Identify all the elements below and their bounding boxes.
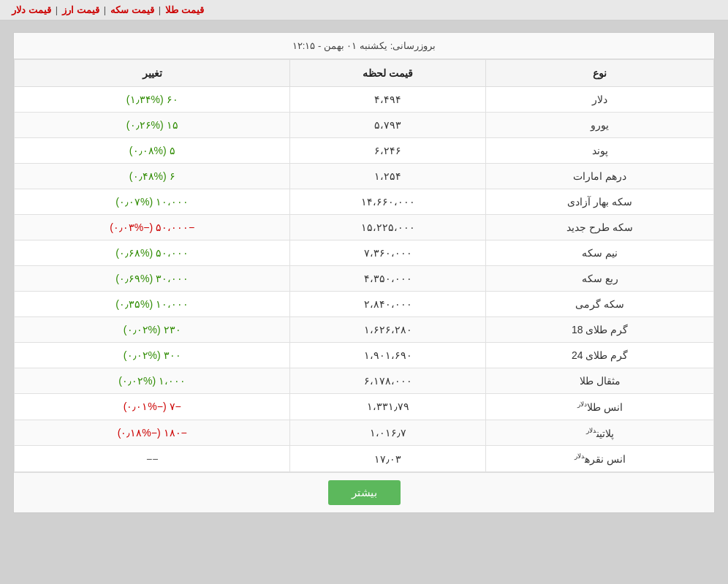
cell-change: ۱۰،۰۰۰ (۰٫۳۵%) (15, 292, 290, 317)
cell-change: −− (15, 446, 290, 472)
cell-price: ۱،۶۲۶،۲۸۰ (290, 317, 486, 343)
cell-type: پلاتیندلار (486, 420, 714, 446)
cell-type: یورو (486, 113, 714, 138)
more-button[interactable]: بیشتر (328, 480, 401, 505)
cell-type: پوند (486, 138, 714, 164)
currency-price-link[interactable]: قیمت ارز (62, 4, 99, 15)
cell-type: درهم امارات (486, 164, 714, 189)
cell-price: ۱۴،۶۶۰،۰۰۰ (290, 189, 486, 215)
cell-change: −۱۸۰ (−۰٫۱۸%) (15, 420, 290, 446)
main-container: بروزرسانی: یکشنبه ۰۱ بهمن - ۱۲:۱۵ نوع قی… (13, 32, 715, 513)
cell-type: دلار (486, 87, 714, 113)
cell-price: ۴،۴۹۴ (290, 87, 486, 113)
table-row: گرم طلای 24۱،۹۰۱،۶۹۰۳۰۰ (۰٫۰۲%) (15, 343, 714, 368)
cell-price: ۱،۰۱۶٫۷ (290, 420, 486, 446)
cell-price: ۱،۲۵۴ (290, 164, 486, 189)
table-row: سکه طرح جدید۱۵،۲۲۵،۰۰۰−۵۰،۰۰۰ (−۰٫۰۳%) (15, 215, 714, 240)
cell-type: سکه بهار آزادی (486, 189, 714, 215)
cell-type: ربع سکه (486, 266, 714, 292)
cell-price: ۱۷٫۰۳ (290, 446, 486, 472)
cell-type: نیم سکه (486, 240, 714, 266)
footer-row: بیشتر (14, 472, 714, 512)
prices-table: نوع قیمت لحظه تغییر دلار۴،۴۹۴۶۰ (۱٫۳۴%)ی… (14, 59, 714, 472)
update-bar: بروزرسانی: یکشنبه ۰۱ بهمن - ۱۲:۱۵ (14, 33, 714, 59)
cell-change: ۱،۰۰۰ (۰٫۰۲%) (15, 368, 290, 394)
cell-type: سکه گرمی (486, 292, 714, 317)
coin-price-link[interactable]: قیمت سکه (110, 4, 154, 15)
col-change: تغییر (15, 60, 290, 87)
cell-change: ۱۵ (۰٫۲۶%) (15, 113, 290, 138)
col-type: نوع (486, 60, 714, 87)
table-row: پوند۶،۲۴۶۵ (۰٫۰۸%) (15, 138, 714, 164)
cell-change: −۷ (−۰٫۰۱%) (15, 394, 290, 420)
cell-type: مثقال طلا (486, 368, 714, 394)
cell-change: ۶ (۰٫۴۸%) (15, 164, 290, 189)
table-row: سکه بهار آزادی۱۴،۶۶۰،۰۰۰۱۰،۰۰۰ (۰٫۰۷%) (15, 189, 714, 215)
col-price: قیمت لحظه (290, 60, 486, 87)
table-row: پلاتیندلار۱،۰۱۶٫۷−۱۸۰ (−۰٫۱۸%) (15, 420, 714, 446)
cell-type: انس طلادلار (486, 394, 714, 420)
cell-change: ۱۰،۰۰۰ (۰٫۰۷%) (15, 189, 290, 215)
cell-price: ۷،۳۶۰،۰۰۰ (290, 240, 486, 266)
cell-price: ۶،۲۴۶ (290, 138, 486, 164)
cell-price: ۴،۳۵۰،۰۰۰ (290, 266, 486, 292)
cell-type: گرم طلای 24 (486, 343, 714, 368)
table-row: نیم سکه۷،۳۶۰،۰۰۰۵۰،۰۰۰ (۰٫۶۸%) (15, 240, 714, 266)
table-row: درهم امارات۱،۲۵۴۶ (۰٫۴۸%) (15, 164, 714, 189)
cell-price: ۲،۸۴۰،۰۰۰ (290, 292, 486, 317)
table-row: سکه گرمی۲،۸۴۰،۰۰۰۱۰،۰۰۰ (۰٫۳۵%) (15, 292, 714, 317)
gold-price-link[interactable]: قیمت طلا (165, 4, 204, 15)
cell-change: ۵ (۰٫۰۸%) (15, 138, 290, 164)
cell-change: ۳۰۰ (۰٫۰۲%) (15, 343, 290, 368)
table-row: دلار۴،۴۹۴۶۰ (۱٫۳۴%) (15, 87, 714, 113)
top-bar: قیمت طلا | قیمت سکه | قیمت ارز | قیمت دل… (0, 0, 728, 20)
cell-price: ۱،۹۰۱،۶۹۰ (290, 343, 486, 368)
cell-type: گرم طلای 18 (486, 317, 714, 343)
cell-change: ۳۰،۰۰۰ (۰٫۶۹%) (15, 266, 290, 292)
cell-price: ۶،۱۷۸،۰۰۰ (290, 368, 486, 394)
table-header-row: نوع قیمت لحظه تغییر (15, 60, 714, 87)
cell-type: انس نقرهدلار (486, 446, 714, 472)
cell-price: ۱۵،۲۲۵،۰۰۰ (290, 215, 486, 240)
dollar-price-link[interactable]: قیمت دلار (12, 4, 51, 15)
table-row: انس نقرهدلار۱۷٫۰۳−− (15, 446, 714, 472)
cell-price: ۵،۷۹۳ (290, 113, 486, 138)
table-row: گرم طلای 18۱،۶۲۶،۲۸۰۲۳۰ (۰٫۰۲%) (15, 317, 714, 343)
cell-change: ۵۰،۰۰۰ (۰٫۶۸%) (15, 240, 290, 266)
cell-change: −۵۰،۰۰۰ (−۰٫۰۳%) (15, 215, 290, 240)
cell-change: ۶۰ (۱٫۳۴%) (15, 87, 290, 113)
table-row: مثقال طلا۶،۱۷۸،۰۰۰۱،۰۰۰ (۰٫۰۲%) (15, 368, 714, 394)
cell-change: ۲۳۰ (۰٫۰۲%) (15, 317, 290, 343)
table-row: یورو۵،۷۹۳۱۵ (۰٫۲۶%) (15, 113, 714, 138)
table-row: انس طلادلار۱،۳۳۱٫۷۹−۷ (−۰٫۰۱%) (15, 394, 714, 420)
cell-price: ۱،۳۳۱٫۷۹ (290, 394, 486, 420)
cell-type: سکه طرح جدید (486, 215, 714, 240)
table-row: ربع سکه۴،۳۵۰،۰۰۰۳۰،۰۰۰ (۰٫۶۹%) (15, 266, 714, 292)
